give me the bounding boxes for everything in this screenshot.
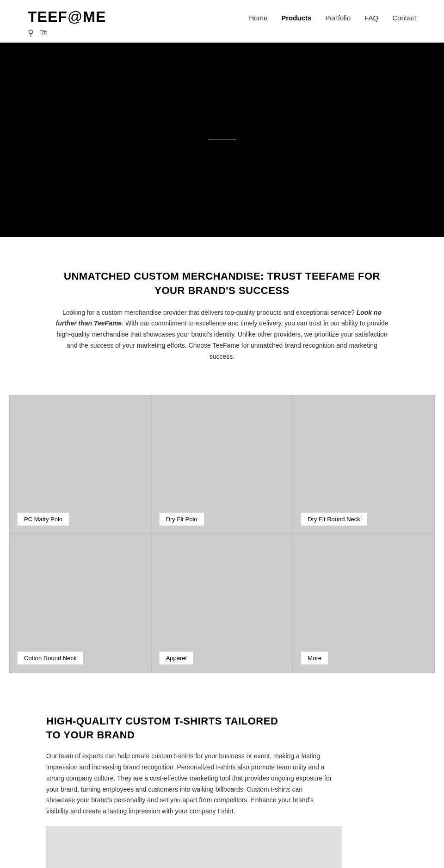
search-icon[interactable]: ⚲ [28,28,34,38]
product-grid: PC Matty Polo Dry Fit Polo Dry Fit Round… [9,395,435,673]
nav-home[interactable]: Home [249,14,267,22]
unmatched-body: Looking for a custom merchandise provide… [56,307,388,362]
logo-area: TEEF@ME ⚲ 🛍 [28,9,106,38]
product-label-3[interactable]: Cotton Round Neck [17,651,83,665]
hq-heading: HIGH-QUALITY CUSTOM T-SHIRTS TAILORED TO… [46,714,287,743]
nav-contact[interactable]: Contact [392,14,416,22]
product-label-0[interactable]: PC Matty Polo [17,512,69,526]
header: TEEF@ME ⚲ 🛍 Home Products Portfolio FAQ … [0,0,444,43]
product-cell-5: More [293,534,435,673]
product-cell-2: Dry Fit Round Neck [293,395,435,534]
nav-faq[interactable]: FAQ [364,14,378,22]
logo[interactable]: TEEF@ME [28,9,106,24]
unmatched-section: UNMATCHED CUSTOM MERCHANDISE: TRUST TEEF… [0,237,444,390]
product-cell-0: PC Matty Polo [9,395,151,534]
hero-section [0,43,444,237]
product-label-5[interactable]: More [301,651,328,665]
product-cell-1: Dry Fit Polo [151,395,293,534]
product-grid-section: PC Matty Polo Dry Fit Polo Dry Fit Round… [0,390,444,687]
nav-products[interactable]: Products [281,14,311,22]
hq-section: HIGH-QUALITY CUSTOM T-SHIRTS TAILORED TO… [0,687,444,868]
product-cell-4: Apparel [151,534,293,673]
nav-portfolio[interactable]: Portfolio [325,14,351,22]
hq-image [46,826,342,868]
product-label-4[interactable]: Apparel [159,651,194,665]
main-nav: Home Products Portfolio FAQ Contact [249,9,416,22]
product-cell-3: Cotton Round Neck [9,534,151,673]
hq-body: Our team of experts can help create cust… [46,751,333,817]
product-label-1[interactable]: Dry Fit Polo [159,512,204,526]
unmatched-heading: UNMATCHED CUSTOM MERCHANDISE: TRUST TEEF… [56,269,388,298]
hero-line-decoration [208,139,236,140]
product-label-2[interactable]: Dry Fit Round Neck [301,512,367,526]
cart-icon[interactable]: 🛍 [39,28,48,38]
